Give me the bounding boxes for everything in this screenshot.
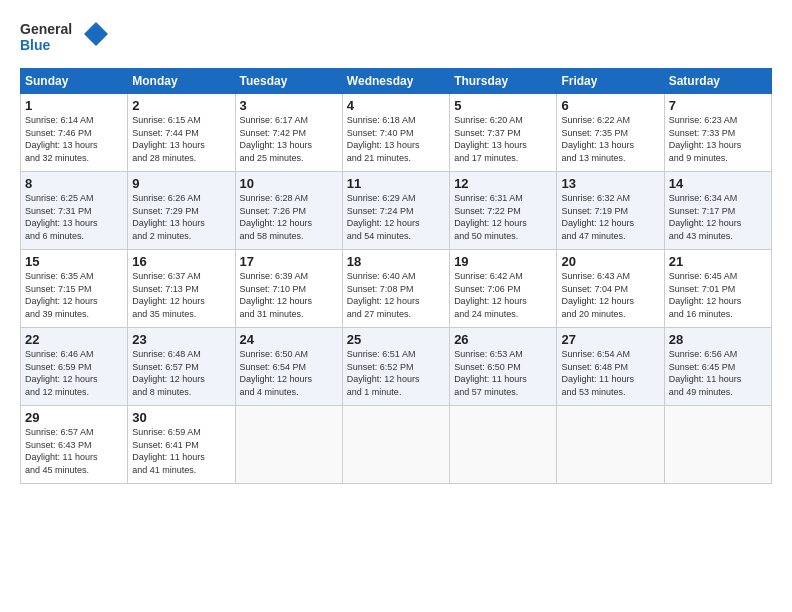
calendar-cell: 14Sunrise: 6:34 AM Sunset: 7:17 PM Dayli… xyxy=(664,172,771,250)
day-number: 9 xyxy=(132,176,230,191)
cell-info: Sunrise: 6:32 AM Sunset: 7:19 PM Dayligh… xyxy=(561,192,659,242)
col-header-friday: Friday xyxy=(557,69,664,94)
cell-info: Sunrise: 6:14 AM Sunset: 7:46 PM Dayligh… xyxy=(25,114,123,164)
day-number: 29 xyxy=(25,410,123,425)
calendar-week-row: 29Sunrise: 6:57 AM Sunset: 6:43 PM Dayli… xyxy=(21,406,772,484)
day-number: 7 xyxy=(669,98,767,113)
calendar-cell: 22Sunrise: 6:46 AM Sunset: 6:59 PM Dayli… xyxy=(21,328,128,406)
cell-info: Sunrise: 6:59 AM Sunset: 6:41 PM Dayligh… xyxy=(132,426,230,476)
calendar-header-row: SundayMondayTuesdayWednesdayThursdayFrid… xyxy=(21,69,772,94)
calendar-cell: 18Sunrise: 6:40 AM Sunset: 7:08 PM Dayli… xyxy=(342,250,449,328)
logo-svg: General Blue xyxy=(20,18,110,58)
calendar-cell: 2Sunrise: 6:15 AM Sunset: 7:44 PM Daylig… xyxy=(128,94,235,172)
calendar-cell xyxy=(557,406,664,484)
day-number: 12 xyxy=(454,176,552,191)
cell-info: Sunrise: 6:25 AM Sunset: 7:31 PM Dayligh… xyxy=(25,192,123,242)
calendar-week-row: 8Sunrise: 6:25 AM Sunset: 7:31 PM Daylig… xyxy=(21,172,772,250)
col-header-saturday: Saturday xyxy=(664,69,771,94)
calendar-cell: 1Sunrise: 6:14 AM Sunset: 7:46 PM Daylig… xyxy=(21,94,128,172)
calendar-cell: 26Sunrise: 6:53 AM Sunset: 6:50 PM Dayli… xyxy=(450,328,557,406)
calendar-cell xyxy=(235,406,342,484)
calendar-cell xyxy=(450,406,557,484)
day-number: 2 xyxy=(132,98,230,113)
calendar-cell: 4Sunrise: 6:18 AM Sunset: 7:40 PM Daylig… xyxy=(342,94,449,172)
cell-info: Sunrise: 6:48 AM Sunset: 6:57 PM Dayligh… xyxy=(132,348,230,398)
day-number: 15 xyxy=(25,254,123,269)
day-number: 3 xyxy=(240,98,338,113)
calendar-cell: 25Sunrise: 6:51 AM Sunset: 6:52 PM Dayli… xyxy=(342,328,449,406)
day-number: 1 xyxy=(25,98,123,113)
cell-info: Sunrise: 6:40 AM Sunset: 7:08 PM Dayligh… xyxy=(347,270,445,320)
cell-info: Sunrise: 6:23 AM Sunset: 7:33 PM Dayligh… xyxy=(669,114,767,164)
day-number: 20 xyxy=(561,254,659,269)
day-number: 4 xyxy=(347,98,445,113)
calendar-cell: 28Sunrise: 6:56 AM Sunset: 6:45 PM Dayli… xyxy=(664,328,771,406)
col-header-monday: Monday xyxy=(128,69,235,94)
calendar-week-row: 15Sunrise: 6:35 AM Sunset: 7:15 PM Dayli… xyxy=(21,250,772,328)
calendar-cell: 15Sunrise: 6:35 AM Sunset: 7:15 PM Dayli… xyxy=(21,250,128,328)
cell-info: Sunrise: 6:39 AM Sunset: 7:10 PM Dayligh… xyxy=(240,270,338,320)
cell-info: Sunrise: 6:15 AM Sunset: 7:44 PM Dayligh… xyxy=(132,114,230,164)
cell-info: Sunrise: 6:28 AM Sunset: 7:26 PM Dayligh… xyxy=(240,192,338,242)
cell-info: Sunrise: 6:26 AM Sunset: 7:29 PM Dayligh… xyxy=(132,192,230,242)
calendar-body: 1Sunrise: 6:14 AM Sunset: 7:46 PM Daylig… xyxy=(21,94,772,484)
cell-info: Sunrise: 6:42 AM Sunset: 7:06 PM Dayligh… xyxy=(454,270,552,320)
calendar-cell: 11Sunrise: 6:29 AM Sunset: 7:24 PM Dayli… xyxy=(342,172,449,250)
day-number: 13 xyxy=(561,176,659,191)
day-number: 17 xyxy=(240,254,338,269)
cell-info: Sunrise: 6:50 AM Sunset: 6:54 PM Dayligh… xyxy=(240,348,338,398)
calendar-cell: 5Sunrise: 6:20 AM Sunset: 7:37 PM Daylig… xyxy=(450,94,557,172)
col-header-wednesday: Wednesday xyxy=(342,69,449,94)
calendar-cell: 3Sunrise: 6:17 AM Sunset: 7:42 PM Daylig… xyxy=(235,94,342,172)
day-number: 19 xyxy=(454,254,552,269)
col-header-tuesday: Tuesday xyxy=(235,69,342,94)
calendar-cell: 7Sunrise: 6:23 AM Sunset: 7:33 PM Daylig… xyxy=(664,94,771,172)
day-number: 26 xyxy=(454,332,552,347)
day-number: 25 xyxy=(347,332,445,347)
cell-info: Sunrise: 6:46 AM Sunset: 6:59 PM Dayligh… xyxy=(25,348,123,398)
calendar-cell: 24Sunrise: 6:50 AM Sunset: 6:54 PM Dayli… xyxy=(235,328,342,406)
cell-info: Sunrise: 6:20 AM Sunset: 7:37 PM Dayligh… xyxy=(454,114,552,164)
page-header: General Blue xyxy=(20,18,772,58)
svg-text:Blue: Blue xyxy=(20,37,51,53)
svg-marker-2 xyxy=(84,22,108,46)
cell-info: Sunrise: 6:35 AM Sunset: 7:15 PM Dayligh… xyxy=(25,270,123,320)
cell-info: Sunrise: 6:31 AM Sunset: 7:22 PM Dayligh… xyxy=(454,192,552,242)
calendar-cell: 13Sunrise: 6:32 AM Sunset: 7:19 PM Dayli… xyxy=(557,172,664,250)
calendar-cell: 16Sunrise: 6:37 AM Sunset: 7:13 PM Dayli… xyxy=(128,250,235,328)
day-number: 24 xyxy=(240,332,338,347)
day-number: 23 xyxy=(132,332,230,347)
cell-info: Sunrise: 6:54 AM Sunset: 6:48 PM Dayligh… xyxy=(561,348,659,398)
calendar-cell: 23Sunrise: 6:48 AM Sunset: 6:57 PM Dayli… xyxy=(128,328,235,406)
day-number: 30 xyxy=(132,410,230,425)
calendar-table: SundayMondayTuesdayWednesdayThursdayFrid… xyxy=(20,68,772,484)
day-number: 10 xyxy=(240,176,338,191)
calendar-week-row: 22Sunrise: 6:46 AM Sunset: 6:59 PM Dayli… xyxy=(21,328,772,406)
day-number: 5 xyxy=(454,98,552,113)
cell-info: Sunrise: 6:56 AM Sunset: 6:45 PM Dayligh… xyxy=(669,348,767,398)
calendar-cell: 12Sunrise: 6:31 AM Sunset: 7:22 PM Dayli… xyxy=(450,172,557,250)
day-number: 21 xyxy=(669,254,767,269)
cell-info: Sunrise: 6:53 AM Sunset: 6:50 PM Dayligh… xyxy=(454,348,552,398)
day-number: 14 xyxy=(669,176,767,191)
calendar-cell: 19Sunrise: 6:42 AM Sunset: 7:06 PM Dayli… xyxy=(450,250,557,328)
calendar-cell: 27Sunrise: 6:54 AM Sunset: 6:48 PM Dayli… xyxy=(557,328,664,406)
cell-info: Sunrise: 6:43 AM Sunset: 7:04 PM Dayligh… xyxy=(561,270,659,320)
cell-info: Sunrise: 6:34 AM Sunset: 7:17 PM Dayligh… xyxy=(669,192,767,242)
cell-info: Sunrise: 6:29 AM Sunset: 7:24 PM Dayligh… xyxy=(347,192,445,242)
day-number: 27 xyxy=(561,332,659,347)
calendar-week-row: 1Sunrise: 6:14 AM Sunset: 7:46 PM Daylig… xyxy=(21,94,772,172)
cell-info: Sunrise: 6:18 AM Sunset: 7:40 PM Dayligh… xyxy=(347,114,445,164)
calendar-cell: 17Sunrise: 6:39 AM Sunset: 7:10 PM Dayli… xyxy=(235,250,342,328)
day-number: 8 xyxy=(25,176,123,191)
cell-info: Sunrise: 6:57 AM Sunset: 6:43 PM Dayligh… xyxy=(25,426,123,476)
cell-info: Sunrise: 6:45 AM Sunset: 7:01 PM Dayligh… xyxy=(669,270,767,320)
col-header-thursday: Thursday xyxy=(450,69,557,94)
calendar-cell: 29Sunrise: 6:57 AM Sunset: 6:43 PM Dayli… xyxy=(21,406,128,484)
calendar-cell: 21Sunrise: 6:45 AM Sunset: 7:01 PM Dayli… xyxy=(664,250,771,328)
calendar-cell: 6Sunrise: 6:22 AM Sunset: 7:35 PM Daylig… xyxy=(557,94,664,172)
cell-info: Sunrise: 6:37 AM Sunset: 7:13 PM Dayligh… xyxy=(132,270,230,320)
cell-info: Sunrise: 6:17 AM Sunset: 7:42 PM Dayligh… xyxy=(240,114,338,164)
day-number: 22 xyxy=(25,332,123,347)
cell-info: Sunrise: 6:22 AM Sunset: 7:35 PM Dayligh… xyxy=(561,114,659,164)
